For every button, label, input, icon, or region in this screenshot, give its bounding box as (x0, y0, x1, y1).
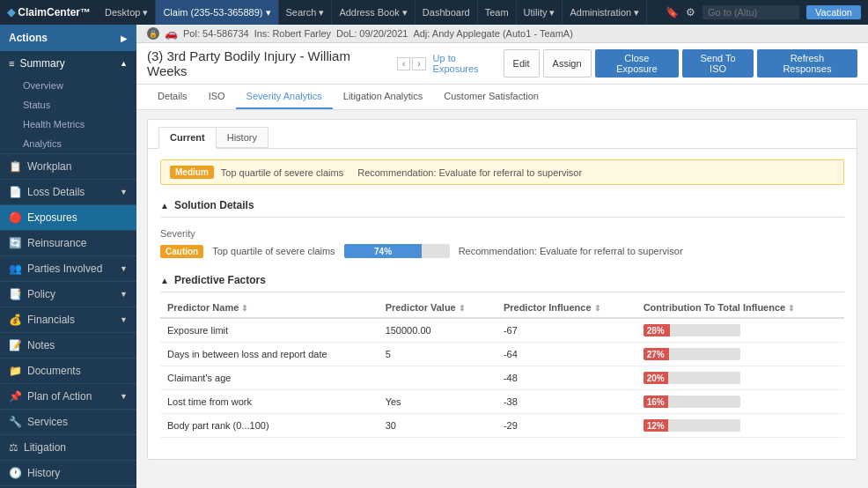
financials-icon: 💰 (9, 314, 22, 326)
actions-arrow-icon: ▶ (121, 33, 128, 43)
edit-button[interactable]: Edit (504, 49, 540, 78)
sidebar-item-documents[interactable]: 📁 Documents (0, 359, 136, 384)
cell-influence: -64 (497, 343, 636, 366)
predictive-factors-title: Predictive Factors (174, 274, 266, 286)
sidebar-item-overview[interactable]: Overview (0, 76, 136, 95)
nav-utility[interactable]: Utility▾ (517, 0, 563, 25)
predictive-factors-table: Predictor Name ⇕ Predictor Value ⇕ Predi… (160, 298, 844, 438)
prev-arrow-button[interactable]: ‹ (397, 57, 410, 70)
solution-chevron-up-icon: ▲ (160, 201, 169, 211)
bookmark-icon[interactable]: 🔖 (666, 6, 679, 18)
plan-icon: 📌 (9, 390, 22, 403)
cell-value (379, 366, 497, 390)
settings-icon[interactable]: ⚙ (686, 6, 695, 18)
tab-details[interactable]: Details (147, 85, 198, 109)
col-predictor-value[interactable]: Predictor Value ⇕ (379, 298, 497, 318)
sidebar-item-litigation[interactable]: ⚖ Litigation (0, 435, 136, 461)
loss-icon: 📄 (9, 186, 22, 198)
workplan-icon: 📋 (9, 160, 22, 173)
page-nav-arrows: ‹ › (397, 57, 426, 70)
refresh-responses-button[interactable]: Refresh Responses (757, 49, 857, 78)
assign-button[interactable]: Assign (543, 49, 592, 78)
close-exposure-button[interactable]: Close Exposure (595, 49, 680, 78)
solution-details-title: Solution Details (174, 199, 254, 211)
cell-value: 5 (379, 343, 497, 366)
nav-search[interactable]: Search▾ (279, 0, 333, 25)
inner-tab-current[interactable]: Current (158, 127, 217, 149)
sidebar-item-financials[interactable]: 💰 Financials ▼ (0, 307, 136, 333)
sidebar-item-status[interactable]: Status (0, 95, 136, 115)
alert-recommendation: Recommendation: Evaluate for referral to… (357, 167, 582, 178)
cell-influence: -67 (497, 318, 636, 343)
tab-litigation-analytics[interactable]: Litigation Analytics (333, 85, 434, 109)
cell-name: Exposure limit (160, 318, 379, 343)
global-search-input[interactable] (702, 5, 799, 19)
actions-label: Actions (9, 32, 48, 44)
content-area: 🔒 🚗 Pol: 54-586734 Ins: Robert Farley Do… (136, 25, 868, 488)
tab-iso[interactable]: ISO (198, 85, 236, 109)
nav-team[interactable]: Team (478, 0, 517, 25)
plan-arrow-icon: ▼ (120, 392, 128, 401)
inner-tabs-bar: Current History (148, 120, 857, 149)
solution-recommendation: Recommendation: Evaluate for referral to… (459, 246, 683, 256)
cell-influence: -38 (497, 390, 636, 414)
up-to-exposures-link[interactable]: Up to Exposures (433, 53, 504, 74)
cell-contribution: 12% (636, 414, 844, 438)
sidebar-item-loss-details[interactable]: 📄 Loss Details ▼ (0, 180, 136, 205)
cell-name: Body part rank (0...100) (160, 414, 379, 438)
cell-contribution: 20% (636, 366, 844, 390)
cell-name: Days in between loss and report date (160, 343, 379, 366)
send-to-iso-button[interactable]: Send To ISO (682, 49, 754, 78)
solution-details-header[interactable]: ▲ Solution Details (160, 196, 844, 217)
col-predictor-influence[interactable]: Predictor Influence ⇕ (497, 298, 636, 318)
sidebar-item-history[interactable]: 🕐 History (0, 461, 136, 486)
vacation-button[interactable]: Vacation (806, 5, 861, 19)
next-arrow-button[interactable]: › (412, 57, 425, 70)
cell-influence: -48 (497, 366, 636, 390)
sidebar-item-services[interactable]: 🔧 Services (0, 410, 136, 435)
sidebar-item-exposures[interactable]: 🔴 Exposures (0, 205, 136, 231)
actions-button[interactable]: Actions ▶ (0, 25, 136, 51)
sidebar-item-notes[interactable]: 📝 Notes (0, 333, 136, 359)
progress-bar-container: 74% (344, 244, 450, 258)
col-predictor-name[interactable]: Predictor Name ⇕ (160, 298, 379, 318)
nav-administration[interactable]: Administration▾ (563, 0, 647, 25)
caution-badge: Caution (160, 245, 203, 258)
sort-icon-contribution: ⇕ (788, 304, 795, 313)
tab-customer-satisfaction[interactable]: Customer Satisfaction (433, 85, 549, 109)
sidebar-item-parties[interactable]: 👥 Parties Involved ▼ (0, 256, 136, 282)
sidebar-item-policy[interactable]: 📑 Policy ▼ (0, 282, 136, 307)
table-row: Body part rank (0...100) 30 -29 12% (160, 414, 844, 438)
table-row: Claimant's age -48 20% (160, 366, 844, 390)
nav-desktop[interactable]: Desktop▾ (98, 0, 156, 25)
col-contribution[interactable]: Contribution To Total Influence ⇕ (636, 298, 844, 318)
inner-tab-history[interactable]: History (216, 127, 268, 148)
sidebar-item-health-metrics[interactable]: Health Metrics (0, 115, 136, 134)
logo[interactable]: ◆ ClaimCenter™ (7, 6, 91, 18)
tabs-bar: Details ISO Severity Analytics Litigatio… (136, 85, 868, 110)
nav-addressbook[interactable]: Address Book▾ (332, 0, 415, 25)
sidebar-section-summary: ≡ Summary ▲ Overview Status Health Metri… (0, 51, 136, 154)
sort-icon-name: ⇕ (241, 304, 248, 313)
top-nav: ◆ ClaimCenter™ Desktop▾ Claim (235-53-36… (0, 0, 868, 25)
adjuster-name: Adj: Andy Applegate (Auto1 - TeamA) (413, 28, 572, 39)
sort-icon-value: ⇕ (459, 304, 466, 313)
reinsurance-icon: 🔄 (9, 237, 22, 249)
nav-claim[interactable]: Claim (235-53-365889)▾ (156, 0, 278, 25)
cell-influence: -29 (497, 414, 636, 438)
summary-header[interactable]: ≡ Summary ▲ (0, 51, 136, 76)
cell-value: Yes (379, 390, 497, 414)
predictive-factors-header[interactable]: ▲ Predictive Factors (160, 270, 844, 292)
cell-value: 30 (379, 414, 497, 438)
sidebar-item-plan-of-action[interactable]: 📌 Plan of Action ▼ (0, 384, 136, 410)
main-content: Current History Medium Top quartile of s… (136, 110, 868, 488)
summary-icon: ≡ (9, 58, 14, 69)
tab-severity-analytics[interactable]: Severity Analytics (236, 85, 333, 109)
main-panel-card: Current History Medium Top quartile of s… (147, 119, 857, 460)
sidebar-item-analytics[interactable]: Analytics (0, 134, 136, 153)
nav-dashboard[interactable]: Dashboard (416, 0, 478, 25)
sidebar-item-reinsurance[interactable]: 🔄 Reinsurance (0, 231, 136, 256)
sidebar-item-workplan[interactable]: 📋 Workplan (0, 154, 136, 180)
cell-value: 150000.00 (379, 318, 497, 343)
severity-label: Severity (160, 225, 844, 244)
